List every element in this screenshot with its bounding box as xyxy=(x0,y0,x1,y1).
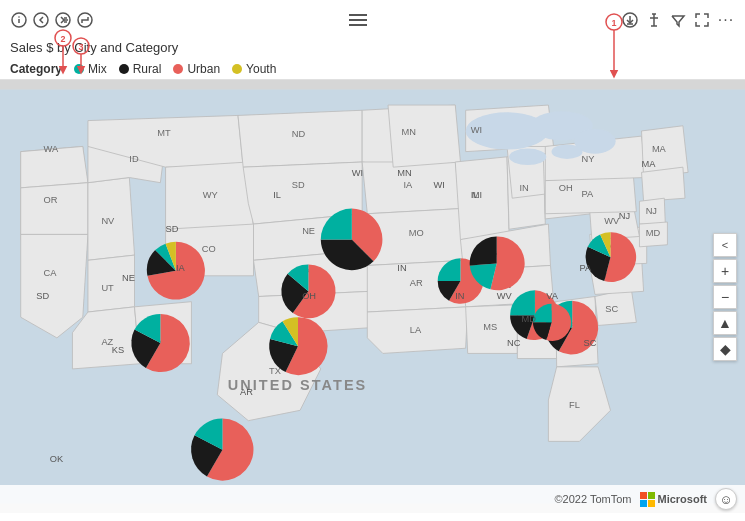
legend-label-urban: Urban xyxy=(187,62,220,76)
svg-text:TX: TX xyxy=(269,366,281,376)
map-area[interactable]: .state { fill: #e8e8e8; stroke: #bbb; st… xyxy=(0,80,745,513)
svg-text:NV: NV xyxy=(101,216,115,226)
svg-text:WA: WA xyxy=(43,144,58,154)
legend-item-urban: Urban xyxy=(173,62,220,76)
menu-icon[interactable] xyxy=(349,14,367,26)
svg-text:IL: IL xyxy=(471,190,479,200)
svg-text:AL: AL xyxy=(525,322,536,332)
svg-text:KS: KS xyxy=(305,266,317,276)
svg-point-72 xyxy=(509,149,546,166)
svg-text:WY: WY xyxy=(203,190,218,200)
ms-sq-blue xyxy=(640,500,647,507)
legend-category-label: Category xyxy=(10,62,62,76)
fullscreen-icon[interactable] xyxy=(693,11,711,29)
toolbar-center xyxy=(349,14,367,26)
pin-icon[interactable] xyxy=(645,11,663,29)
forward-icon[interactable] xyxy=(54,11,72,29)
toolbar-right: ··· xyxy=(621,11,735,29)
ms-squares xyxy=(640,492,655,507)
menu-line xyxy=(349,19,367,21)
svg-marker-66 xyxy=(642,167,685,201)
map-footer: ©2022 TomTom Microsoft ☺ xyxy=(0,485,745,513)
info-icon[interactable] xyxy=(10,11,28,29)
svg-text:NY: NY xyxy=(582,154,595,164)
svg-text:WV: WV xyxy=(604,216,620,226)
svg-text:ND: ND xyxy=(292,129,306,139)
svg-text:MT: MT xyxy=(157,128,171,138)
map-background: .state { fill: #e8e8e8; stroke: #bbb; st… xyxy=(0,80,745,513)
svg-text:SD: SD xyxy=(292,180,305,190)
microsoft-logo: Microsoft xyxy=(640,492,708,507)
svg-text:MS: MS xyxy=(483,322,497,332)
svg-text:KY: KY xyxy=(495,249,507,259)
zoom-in-btn[interactable]: + xyxy=(713,259,737,283)
svg-marker-34 xyxy=(135,302,192,364)
map-controls: < + − ▲ ◆ xyxy=(713,233,737,361)
toolbar-left xyxy=(10,11,94,29)
reset-btn[interactable]: ▲ xyxy=(713,311,737,335)
legend-dot-mix xyxy=(74,64,84,74)
svg-text:OR: OR xyxy=(43,195,57,205)
svg-text:WI: WI xyxy=(471,125,482,135)
svg-text:OH: OH xyxy=(559,183,573,193)
legend-label-youth: Youth xyxy=(246,62,276,76)
toolbar: ··· xyxy=(0,0,745,38)
svg-text:UNITED STATES: UNITED STATES xyxy=(228,377,368,393)
svg-text:SC: SC xyxy=(605,304,618,314)
app-container: 1 2 3 xyxy=(0,0,745,521)
copyright-text: ©2022 TomTom xyxy=(555,493,632,505)
legend-label-rural: Rural xyxy=(133,62,162,76)
svg-text:PA: PA xyxy=(582,189,595,199)
ms-sq-green xyxy=(648,492,655,499)
legend-dot-youth xyxy=(232,64,242,74)
svg-marker-47 xyxy=(388,105,460,167)
legend-item-youth: Youth xyxy=(232,62,276,76)
svg-text:MA: MA xyxy=(652,144,667,154)
svg-text:IN: IN xyxy=(519,183,528,193)
legend-dot-urban xyxy=(173,64,183,74)
legend-item-rural: Rural xyxy=(119,62,162,76)
svg-text:NE: NE xyxy=(302,226,315,236)
svg-text:NC: NC xyxy=(604,270,618,280)
compass-btn[interactable]: ◆ xyxy=(713,337,737,361)
svg-text:AZ: AZ xyxy=(101,337,113,347)
svg-text:UT: UT xyxy=(101,283,114,293)
svg-point-11 xyxy=(18,16,20,18)
legend-label-mix: Mix xyxy=(88,62,107,76)
chart-title: Sales $ by City and Category xyxy=(0,38,745,59)
svg-text:FL: FL xyxy=(569,400,580,410)
more-icon[interactable]: ··· xyxy=(717,11,735,29)
menu-line xyxy=(349,14,367,16)
svg-text:NM: NM xyxy=(157,337,171,347)
svg-text:VA: VA xyxy=(606,241,619,251)
expand-icon[interactable] xyxy=(76,11,94,29)
feedback-btn[interactable]: ☺ xyxy=(715,488,737,510)
pan-left-btn[interactable]: < xyxy=(713,233,737,257)
svg-text:CO: CO xyxy=(202,244,216,254)
svg-marker-56 xyxy=(517,302,556,359)
svg-text:MD: MD xyxy=(646,228,661,238)
menu-line xyxy=(349,24,367,26)
back-icon[interactable] xyxy=(32,11,50,29)
svg-text:OK: OK xyxy=(308,304,322,314)
svg-text:AR: AR xyxy=(410,278,423,288)
svg-text:LA: LA xyxy=(410,325,422,335)
svg-marker-37 xyxy=(243,162,362,224)
svg-marker-26 xyxy=(21,183,88,235)
svg-text:CA: CA xyxy=(43,268,57,278)
legend-bar: Category Mix Rural Urban Youth xyxy=(0,59,745,80)
legend-dot-rural xyxy=(119,64,129,74)
download-icon[interactable] xyxy=(621,11,639,29)
microsoft-label: Microsoft xyxy=(658,493,708,505)
legend-item-mix: Mix xyxy=(74,62,107,76)
svg-text:MO: MO xyxy=(409,228,424,238)
svg-marker-57 xyxy=(556,297,598,367)
zoom-out-btn[interactable]: − xyxy=(713,285,737,309)
svg-text:NJ: NJ xyxy=(646,206,657,216)
filter-icon[interactable] xyxy=(669,11,687,29)
svg-marker-48 xyxy=(455,157,509,240)
svg-text:ID: ID xyxy=(129,154,139,164)
svg-text:TN: TN xyxy=(499,280,511,290)
ms-sq-yellow xyxy=(648,500,655,507)
svg-text:MN: MN xyxy=(401,127,415,137)
